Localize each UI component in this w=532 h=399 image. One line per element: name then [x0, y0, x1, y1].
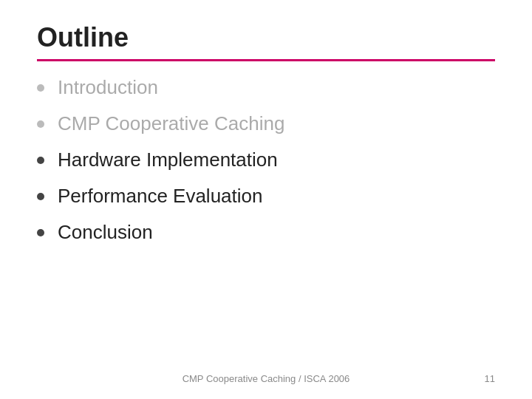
- outline-list: Introduction CMP Cooperative Caching Har…: [37, 76, 495, 244]
- item-label: Hardware Implementation: [58, 149, 278, 171]
- footer-page-number: 11: [485, 373, 495, 384]
- title-underline: [37, 59, 495, 61]
- list-item: CMP Cooperative Caching: [37, 112, 495, 135]
- footer: CMP Cooperative Caching / ISCA 2006: [0, 373, 532, 384]
- bullet-icon: [37, 84, 44, 92]
- bullet-icon: [37, 229, 44, 236]
- bullet-icon: [37, 157, 44, 164]
- slide-title: Outline: [37, 22, 495, 53]
- item-label: Introduction: [58, 76, 158, 99]
- title-area: Outline: [37, 22, 495, 61]
- bullet-icon: [37, 120, 44, 128]
- list-item: Hardware Implementation: [37, 149, 495, 171]
- bullet-icon: [37, 193, 44, 200]
- list-item: Conclusion: [37, 221, 495, 244]
- list-item: Performance Evaluation: [37, 185, 495, 208]
- slide: Outline Introduction CMP Cooperative Cac…: [0, 0, 532, 399]
- footer-center-text: CMP Cooperative Caching / ISCA 2006: [183, 373, 350, 384]
- item-label: CMP Cooperative Caching: [58, 112, 284, 135]
- list-item: Introduction: [37, 76, 495, 99]
- item-label: Performance Evaluation: [58, 185, 262, 208]
- item-label: Conclusion: [58, 221, 153, 244]
